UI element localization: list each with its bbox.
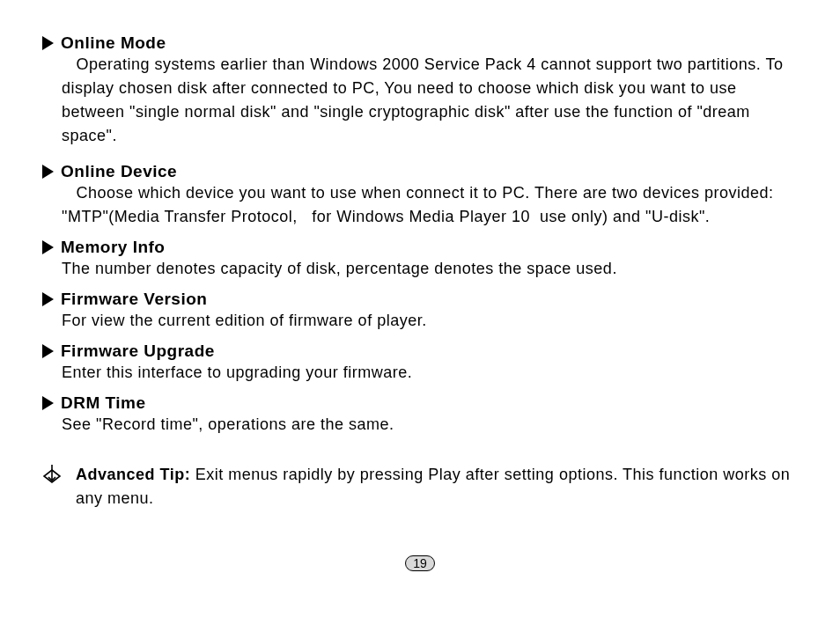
- triangle-right-icon: [42, 36, 54, 50]
- page-number-value: 19: [405, 555, 435, 571]
- heading-online-device: Online Device: [42, 162, 798, 181]
- triangle-right-icon: [42, 396, 54, 410]
- diamond-arrow-icon: [42, 465, 62, 491]
- body-online-device: Choose which device you want to use when…: [42, 181, 798, 229]
- manual-page: Online Mode Operating systems earlier th…: [0, 0, 840, 617]
- heading-text: Firmware Version: [61, 290, 207, 309]
- heading-text: Memory Info: [61, 238, 165, 257]
- page-number: 19: [0, 555, 840, 571]
- body-drm-time: See "Record time", operations are the sa…: [42, 413, 798, 437]
- triangle-right-icon: [42, 240, 54, 254]
- heading-text: Online Device: [61, 162, 177, 181]
- tip-label: Advanced Tip:: [76, 466, 190, 483]
- heading-firmware-version: Firmware Version: [42, 290, 798, 309]
- triangle-right-icon: [42, 292, 54, 306]
- section-firmware-version: Firmware Version For view the current ed…: [42, 290, 798, 333]
- body-memory-info: The number denotes capacity of disk, per…: [42, 257, 798, 281]
- body-firmware-upgrade: Enter this interface to upgrading your f…: [42, 361, 798, 385]
- section-memory-info: Memory Info The number denotes capacity …: [42, 238, 798, 281]
- heading-text: Online Mode: [61, 33, 166, 53]
- advanced-tip: Advanced Tip: Exit menus rapidly by pres…: [42, 463, 798, 510]
- body-online-mode: Operating systems earlier than Windows 2…: [42, 53, 798, 148]
- heading-online-mode: Online Mode: [42, 33, 798, 53]
- triangle-right-icon: [42, 165, 54, 179]
- heading-text: DRM Time: [61, 393, 146, 413]
- body-firmware-version: For view the current edition of firmware…: [42, 309, 798, 333]
- heading-firmware-upgrade: Firmware Upgrade: [42, 342, 798, 361]
- tip-text: Advanced Tip: Exit menus rapidly by pres…: [76, 463, 798, 510]
- heading-drm-time: DRM Time: [42, 393, 798, 413]
- section-online-mode: Online Mode Operating systems earlier th…: [42, 33, 798, 148]
- section-online-device: Online Device Choose which device you wa…: [42, 162, 798, 229]
- heading-text: Firmware Upgrade: [61, 342, 215, 361]
- section-drm-time: DRM Time See "Record time", operations a…: [42, 393, 798, 437]
- heading-memory-info: Memory Info: [42, 238, 798, 257]
- triangle-right-icon: [42, 344, 54, 358]
- section-firmware-upgrade: Firmware Upgrade Enter this interface to…: [42, 342, 798, 385]
